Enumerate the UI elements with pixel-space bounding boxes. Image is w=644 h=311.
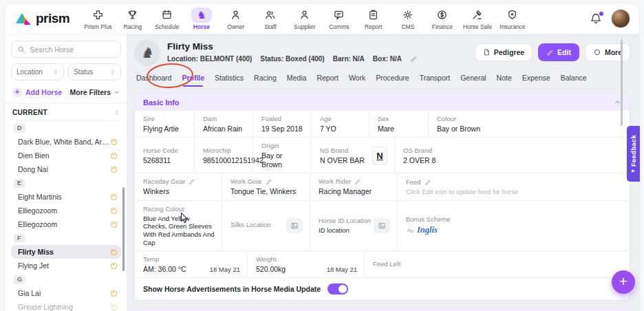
advert-toggle[interactable]: [328, 283, 348, 294]
nav-label: Horse Sale: [463, 23, 492, 30]
field-value: 5268311: [143, 156, 178, 165]
more-filters-button[interactable]: More Filters: [69, 88, 120, 96]
nav-cms[interactable]: CMS: [394, 8, 422, 30]
horse-list-item[interactable]: Gia Lai: [11, 286, 121, 300]
field-label-text: Feed Left: [373, 260, 400, 268]
nav-supplier[interactable]: Supplier: [291, 8, 319, 30]
nav-horse[interactable]: ♞Horse: [188, 8, 215, 30]
edit-button[interactable]: Edit: [538, 43, 579, 61]
pencil-icon[interactable]: [354, 178, 361, 185]
horse-meta-item: Location: BELMONT (400): [167, 55, 252, 63]
field-label-text: Age: [320, 115, 332, 122]
user-avatar[interactable]: [612, 10, 630, 28]
horse-list-item[interactable]: Grease Lightning: [11, 300, 121, 311]
image-icon: [290, 222, 299, 230]
horse-list-item[interactable]: Flying Jet: [11, 259, 121, 272]
field-work-rider: Work RiderRacing Manager: [310, 173, 397, 200]
add-horse-button[interactable]: + Add Horse: [12, 87, 62, 97]
more-button[interactable]: More: [585, 43, 630, 61]
nav-comms[interactable]: Comms: [325, 8, 353, 30]
tab-work[interactable]: Work: [349, 74, 365, 87]
field-colour: ColourBay or Brown: [428, 111, 630, 137]
status-filter-select[interactable]: Status: [68, 63, 121, 81]
horse-list-item[interactable]: Dong Nai: [11, 162, 121, 176]
updown-icon: [109, 68, 116, 76]
field-label: Dam: [203, 115, 242, 122]
nav-schedule[interactable]: Schedule: [153, 8, 181, 30]
horse-avatar: ♞: [134, 40, 160, 66]
tab-dashboard[interactable]: Dashboard: [136, 74, 171, 87]
nav-label: Report: [365, 23, 383, 30]
field-value: 2 OVER 8: [403, 156, 436, 165]
sidebar-scrollbar[interactable]: [122, 187, 125, 271]
bonus-scheme-logo: Inglis: [406, 225, 450, 236]
brand-symbol: N: [372, 147, 387, 164]
tab-profile[interactable]: Profile: [182, 74, 204, 87]
tab-media[interactable]: Media: [287, 74, 307, 87]
horse-list-item[interactable]: Elliegozoom: [11, 204, 121, 217]
main-scrollbar[interactable]: [621, 39, 623, 126]
prism-logo[interactable]: prism: [14, 10, 69, 27]
horse-icon: ♞: [197, 10, 206, 20]
feedback-tab[interactable]: Feedback ▶: [627, 126, 640, 182]
nav-owner[interactable]: Owner: [222, 8, 250, 30]
status-ring-icon: [111, 153, 117, 159]
horse-item-label: Flying Jet: [18, 261, 49, 270]
field-label: Microchip: [203, 147, 246, 154]
search-horse-input[interactable]: [30, 45, 115, 54]
field-label: Work Rider: [319, 178, 372, 185]
nav-report[interactable]: Report: [360, 8, 387, 30]
tab-statistics[interactable]: Statistics: [215, 74, 244, 87]
nav-horse-sale[interactable]: Horse Sale: [463, 8, 492, 30]
horse-item-label: Grease Lightning: [18, 303, 73, 311]
status-ring-icon: [111, 290, 117, 297]
nav-label: Prism Plus: [84, 23, 112, 30]
tab-balance[interactable]: Balance: [561, 74, 587, 87]
horse-list-item[interactable]: Elliegozoom: [11, 217, 121, 231]
field-label: Temp: [143, 255, 186, 263]
tab-report[interactable]: Report: [316, 74, 339, 87]
nav-insurance[interactable]: Insurance: [499, 8, 526, 30]
location-filter-select[interactable]: Location: [11, 63, 64, 81]
field-label-text: Horse ID Location: [319, 217, 371, 224]
horse-list-sidebar: Location Status + Add Horse More Filters: [5, 34, 127, 311]
tab-note[interactable]: Note: [497, 74, 512, 87]
field-label-text: Work Rider: [319, 178, 351, 185]
sort-icon[interactable]: [114, 109, 120, 116]
pencil-icon[interactable]: [425, 179, 431, 186]
tab-expense[interactable]: Expense: [522, 74, 550, 87]
chevron-down-icon: [114, 89, 120, 96]
horse-list-item[interactable]: Dien Bien: [11, 149, 121, 162]
horse-head-icon: ♞: [141, 45, 154, 61]
more-filters-label: More Filters: [69, 88, 111, 96]
field-value: Tongue Tie, Winkers: [230, 187, 296, 196]
tab-transport[interactable]: Transport: [420, 74, 451, 87]
pencil-icon[interactable]: [189, 178, 195, 185]
pedigree-button[interactable]: Pedigree: [475, 43, 533, 61]
horse-list-item[interactable]: Flirty Miss: [11, 245, 121, 259]
pencil-icon: [546, 49, 554, 56]
nav-racing[interactable]: Racing: [119, 8, 147, 30]
tab-general[interactable]: General: [460, 74, 486, 87]
top-bar: prism Prism PlusRacingSchedule♞HorseOwne…: [5, 3, 639, 34]
image-preview-button[interactable]: [286, 218, 303, 233]
image-preview-button[interactable]: [374, 218, 390, 233]
nav-prism-plus[interactable]: Prism Plus: [84, 8, 112, 30]
field-label-text: Sire: [143, 115, 155, 122]
field-value: 19 Sep 2018: [261, 125, 303, 133]
nav-staff[interactable]: Staff: [257, 8, 284, 30]
edit-meta-icon[interactable]: [410, 55, 418, 63]
pencil-icon[interactable]: [266, 178, 272, 185]
field-horse-id-location: Horse ID LocationID location: [310, 201, 397, 251]
inglis-logo-text: Inglis: [417, 225, 438, 236]
tab-racing[interactable]: Racing: [254, 74, 277, 87]
field-label: Horse ID Location: [319, 217, 369, 224]
plus-icon: +: [12, 87, 22, 97]
horse-list-item[interactable]: Dark Blue, White Band, Armbands, Red..: [11, 135, 121, 149]
horse-list-item[interactable]: Eight Martinis: [11, 190, 121, 204]
add-fab-button[interactable]: +: [612, 270, 635, 294]
notifications-button[interactable]: [590, 12, 602, 25]
tab-procedure[interactable]: Procedure: [376, 74, 409, 87]
nav-finance[interactable]: Finance: [429, 8, 456, 30]
horse-item-label: Flirty Miss: [18, 248, 54, 256]
